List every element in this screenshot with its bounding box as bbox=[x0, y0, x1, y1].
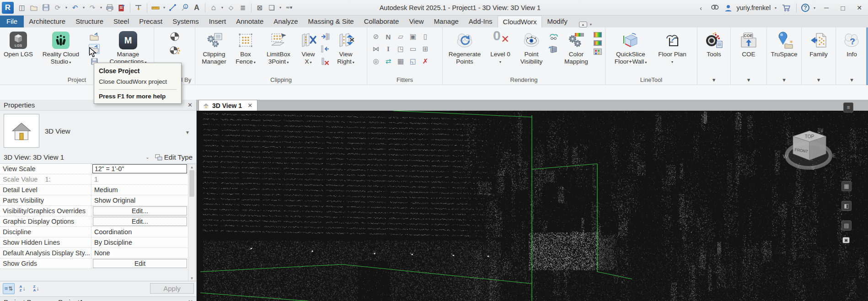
color-mapping-button[interactable]: Color Mapping bbox=[562, 29, 591, 65]
fitter-bend-icon[interactable]: N bbox=[382, 31, 394, 43]
minimize-button[interactable]: ─ bbox=[820, 2, 833, 14]
viewcube-top-face[interactable]: TOP bbox=[805, 134, 814, 139]
export-icon[interactable] bbox=[116, 2, 127, 13]
tab-manage[interactable]: Manage bbox=[429, 16, 464, 27]
viewcube-west-label[interactable]: W bbox=[783, 154, 788, 159]
fitter-cylinder-icon[interactable]: ▭ bbox=[407, 43, 419, 55]
sort-default-button[interactable]: ≡⇅ bbox=[3, 283, 15, 294]
sync-dropdown-icon[interactable]: ▾ bbox=[64, 5, 69, 10]
type-selector-dropdown-icon[interactable]: ▼ bbox=[185, 130, 190, 135]
view-tab-3d-view-1[interactable]: 3D View 1 ✕ bbox=[198, 100, 257, 111]
slice-back-icon[interactable] bbox=[320, 44, 331, 54]
point-box-icon[interactable] bbox=[548, 44, 559, 54]
tab-architecture[interactable]: Architecture bbox=[24, 16, 70, 27]
properties-close-icon[interactable]: ✕ bbox=[188, 102, 193, 108]
tab-analyze[interactable]: Analyze bbox=[268, 16, 303, 27]
box-fence-button[interactable]: Box Fence▾ bbox=[233, 29, 258, 66]
coe-button[interactable]: COE COE bbox=[734, 29, 763, 58]
print-icon[interactable] bbox=[104, 2, 115, 13]
viewcube[interactable]: W S E TOP FRONT bbox=[782, 121, 837, 176]
open-file-icon[interactable] bbox=[28, 2, 39, 13]
open-project-icon[interactable] bbox=[89, 32, 100, 42]
view-tab-close-icon[interactable]: ✕ bbox=[247, 102, 252, 109]
fitter-beam-icon[interactable]: I bbox=[382, 43, 394, 55]
fitter-unlink-icon[interactable]: ✗ bbox=[419, 55, 431, 67]
palette-icon[interactable] bbox=[594, 48, 602, 55]
slice-forward-icon[interactable] bbox=[320, 32, 331, 42]
scroll-down-icon[interactable]: ▾ bbox=[188, 276, 195, 280]
fitter-pipe-icon[interactable]: ⊘ bbox=[370, 31, 382, 43]
view-x-button[interactable]: View X▾ bbox=[298, 29, 319, 66]
modify-tool-icon[interactable] bbox=[133, 2, 144, 13]
tab-collaborate[interactable]: Collaborate bbox=[359, 16, 404, 27]
ucs-compass-icon[interactable] bbox=[169, 32, 180, 42]
point-cloud-view[interactable] bbox=[197, 111, 868, 301]
measure-dropdown-icon[interactable]: ▾ bbox=[162, 5, 166, 10]
viewcube-south-label[interactable]: S bbox=[811, 165, 814, 171]
open-lgs-button[interactable]: LGS Open LGS bbox=[4, 29, 33, 58]
fitter-walk-icon[interactable]: ⇄ bbox=[382, 55, 394, 67]
panel-coe-dropdown[interactable]: ▾ bbox=[731, 75, 766, 85]
fitter-panel-icon[interactable]: ▱ bbox=[395, 31, 407, 43]
fitter-round-icon[interactable]: ◎ bbox=[370, 55, 382, 67]
nav-section-icon[interactable]: ▦ bbox=[841, 181, 852, 191]
panel-tools-dropdown[interactable]: ▾ bbox=[697, 75, 730, 85]
sort-az-button[interactable]: AZ↓ bbox=[16, 283, 28, 294]
info-button[interactable]: ? Info bbox=[839, 29, 865, 58]
redo-icon[interactable]: ↷ bbox=[87, 2, 98, 13]
switch-windows-dropdown-icon[interactable]: ▾ bbox=[278, 5, 283, 10]
nav-pan-icon[interactable]: ◧ bbox=[841, 201, 852, 211]
graphic-display-edit-button[interactable]: Edit... bbox=[93, 217, 187, 226]
undo-dropdown-icon[interactable]: ▾ bbox=[81, 5, 86, 10]
fitter-column-icon[interactable]: ▯ bbox=[419, 31, 431, 43]
fitter-box-icon[interactable]: ▣ bbox=[407, 31, 419, 43]
quickslice-button[interactable]: QuickSlice Floor+Wall▾ bbox=[610, 29, 651, 66]
ribbon-display-toggle[interactable]: ▴▾ bbox=[579, 22, 593, 27]
camera-icon[interactable]: ▣ bbox=[842, 237, 850, 243]
viewcube-east-label[interactable]: E bbox=[832, 153, 836, 158]
close-inactive-windows-icon[interactable]: ⊠ bbox=[254, 2, 265, 13]
tab-steel[interactable]: Steel bbox=[108, 16, 134, 27]
tab-massing-site[interactable]: Massing & Site bbox=[303, 16, 359, 27]
fitter-window-icon[interactable]: ▦ bbox=[395, 55, 407, 67]
panel-family-dropdown[interactable]: ▾ bbox=[802, 75, 836, 85]
ucs-points-compass-icon[interactable] bbox=[169, 45, 180, 55]
measure-icon[interactable] bbox=[150, 2, 161, 13]
sync-icon[interactable]: ⟳ bbox=[52, 2, 63, 13]
tab-systems[interactable]: Systems bbox=[167, 16, 204, 27]
limitbox-3point-button[interactable]: LimitBox 3Point▾ bbox=[261, 29, 296, 66]
sort-za-button[interactable]: ZA↓ bbox=[30, 283, 42, 294]
slice-off-icon[interactable] bbox=[320, 56, 331, 66]
regenerate-points-button[interactable]: Regenerate Points bbox=[445, 29, 484, 65]
fitter-door-icon[interactable]: ◳ bbox=[395, 43, 407, 55]
vg-overrides-edit-button[interactable]: Edit... bbox=[93, 206, 187, 215]
edit-type-button[interactable]: Edit Type bbox=[155, 153, 193, 161]
type-selector[interactable]: 3D View ▼ bbox=[0, 111, 196, 151]
fitter-binoculars-icon[interactable]: ⋈ bbox=[370, 43, 382, 55]
point-visibility-button[interactable]: Point Visibility bbox=[517, 29, 546, 65]
cloud-glasses-icon[interactable] bbox=[548, 32, 559, 42]
show-grids-edit-button[interactable]: Edit bbox=[93, 259, 187, 268]
fitter-screen-icon[interactable]: ◱ bbox=[407, 55, 419, 67]
view-maximize-icon[interactable]: ≡ bbox=[843, 102, 853, 113]
screen-color-icon[interactable] bbox=[594, 40, 602, 46]
user-dropdown-icon[interactable]: ▾ bbox=[773, 6, 778, 10]
tools-button[interactable]: Tools bbox=[700, 29, 728, 58]
floor-plan-button[interactable]: Floor Plan▾ bbox=[656, 29, 689, 66]
maximize-button[interactable]: □ bbox=[836, 2, 850, 14]
search-icon[interactable] bbox=[709, 2, 720, 13]
redo-dropdown-icon[interactable]: ▾ bbox=[99, 5, 103, 10]
panel-info-dropdown[interactable]: ▾ bbox=[836, 75, 868, 85]
properties-scrollbar[interactable]: ▴▾ bbox=[188, 164, 196, 281]
file-tabs-icon[interactable]: ◫ bbox=[16, 2, 27, 13]
tab-add-ins[interactable]: Add-Ins bbox=[464, 16, 498, 27]
panel-truspace-dropdown[interactable]: ▾ bbox=[767, 75, 801, 85]
undo-icon[interactable]: ↶ bbox=[70, 2, 80, 13]
view-right-button[interactable]: View Right▾ bbox=[332, 29, 359, 66]
section-marker-icon[interactable]: ◇ bbox=[225, 2, 236, 13]
intensity-map-icon[interactable] bbox=[594, 32, 602, 38]
store-cart-icon[interactable] bbox=[781, 2, 792, 13]
switch-windows-icon[interactable]: ❏ bbox=[266, 2, 277, 13]
thin-lines-icon[interactable]: ≣ bbox=[237, 2, 248, 13]
collapse-search-icon[interactable]: ‹ bbox=[696, 2, 707, 13]
